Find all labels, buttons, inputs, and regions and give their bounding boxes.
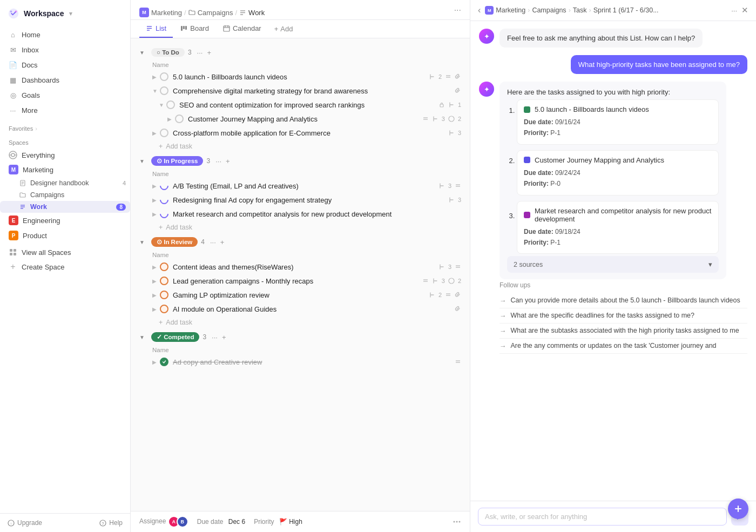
upgrade-btn[interactable]: ↑ Upgrade — [8, 519, 42, 527]
followup-arrow-2: → — [500, 312, 507, 320]
nav-docs[interactable]: 📄 Docs — [4, 57, 126, 72]
completed-pill: ✓ Competed — [151, 332, 199, 342]
task-row[interactable]: ▶ Ad copy and Creative review — [131, 355, 470, 369]
nav-more[interactable]: ··· More — [4, 103, 126, 118]
space-marketing[interactable]: M Marketing — [0, 162, 130, 177]
group-todo-header[interactable]: ▼ ○ To Do 3 ··· + — [131, 45, 470, 60]
task-circle-todo — [166, 100, 175, 109]
todo-group-plus[interactable]: + — [207, 49, 211, 57]
subitem-campaigns[interactable]: Campaigns — [0, 189, 130, 201]
group-inprogress-header[interactable]: ▼ ⊙ In Progress 3 ··· + — [131, 153, 470, 169]
nav-inbox-label: Inbox — [22, 46, 39, 54]
task-toggle: ▶ — [152, 183, 160, 189]
space-product[interactable]: P Product — [0, 228, 130, 243]
inprogress-pill: ⊙ In Progress — [151, 156, 203, 166]
more-cols-icon[interactable] — [453, 517, 461, 526]
task-row[interactable]: ▶ Lead generation campaigns - Monthly re… — [131, 274, 470, 288]
task-card-1[interactable]: 5.0 launch - Billboards launch videos Du… — [517, 99, 719, 145]
bc1[interactable]: Marketing — [151, 9, 182, 17]
tab-board[interactable]: Board — [174, 20, 215, 38]
group-completed-header[interactable]: ▼ ✓ Competed 3 ··· + — [131, 329, 470, 345]
completed-group-plus[interactable]: + — [222, 333, 226, 341]
task-toggle: ▶ — [167, 116, 175, 122]
followup-item-1[interactable]: → Can you provide more details about the… — [500, 293, 747, 308]
everything-icon — [9, 151, 17, 159]
tab-add[interactable]: + Add — [269, 21, 299, 37]
task-row[interactable]: ▶ Redesigning final Ad copy for engageme… — [131, 193, 470, 207]
dashboards-icon: ▦ — [9, 76, 17, 84]
add-task-todo[interactable]: + Add task — [131, 140, 470, 153]
more-icon: ··· — [9, 106, 17, 115]
nav-home[interactable]: ⌂ Home — [4, 27, 126, 42]
task-card-title-1: 5.0 launch - Billboards launch videos — [524, 105, 712, 113]
task-row[interactable]: ▼ Comprehensive digital marketing strate… — [131, 84, 470, 98]
ai-dots-btn[interactable]: ··· — [731, 6, 737, 15]
ai-input[interactable] — [478, 508, 727, 526]
help-btn[interactable]: ? Help — [99, 519, 123, 527]
task-row[interactable]: ▶ Content ideas and themes(RiseWares) 3 — [131, 260, 470, 274]
add-task-inprogress[interactable]: + Add task — [131, 221, 470, 234]
workspace-header[interactable]: Workspace ▾ — [0, 0, 130, 25]
everything-item[interactable]: Everything — [0, 148, 130, 162]
tab-list[interactable]: List — [139, 20, 173, 38]
view-all-spaces[interactable]: View all Spaces — [0, 245, 130, 259]
group-inreview-header[interactable]: ▼ ⊙ In Review 4 ··· + — [131, 234, 470, 250]
bc3[interactable]: Work — [248, 9, 265, 17]
task-row[interactable]: ▶ Gaming LP optimization review 2 — [131, 288, 470, 302]
svg-text:↑: ↑ — [10, 521, 12, 525]
nav-goals[interactable]: ◎ Goals — [4, 87, 126, 103]
todo-toggle[interactable]: ▼ — [139, 50, 147, 56]
task-card-2[interactable]: Customer Journey Mapping and Analytics D… — [517, 150, 719, 196]
add-task-inreview[interactable]: + Add task — [131, 316, 470, 329]
spaces-section: Spaces — [0, 134, 130, 148]
task-circle-todo — [160, 129, 168, 137]
purple-fab[interactable] — [728, 499, 748, 519]
task-toggle: ▼ — [152, 88, 160, 94]
completed-toggle[interactable]: ▼ — [139, 334, 147, 340]
followup-item-4[interactable]: → Are the any comments or updates on the… — [500, 339, 747, 354]
bc2[interactable]: Campaigns — [198, 9, 233, 17]
task-row[interactable]: ▶ 5.0 launch - Billboards launch videos … — [131, 70, 470, 84]
svg-point-54 — [459, 521, 461, 523]
sources-button[interactable]: 2 sources ▾ — [507, 256, 719, 273]
create-space[interactable]: + Create Space — [0, 259, 130, 274]
task-row[interactable]: ▼ SEO and content optimization for impro… — [131, 98, 470, 112]
completed-group-dots[interactable]: ··· — [212, 333, 218, 341]
task-row[interactable]: ▶ Market research and competitor analysi… — [131, 207, 470, 221]
inreview-toggle[interactable]: ▼ — [139, 239, 147, 245]
favorites-section: Favorites › — [0, 120, 130, 134]
subtask-icon4 — [448, 130, 455, 136]
nav-inbox[interactable]: ✉ Inbox — [4, 42, 126, 57]
task-name: Gaming LP optimization review — [173, 291, 424, 299]
nav-dashboards[interactable]: ▦ Dashboards — [4, 72, 126, 87]
subtask-icon3 — [432, 116, 438, 122]
ai-close-btn[interactable]: ✕ — [741, 5, 748, 15]
ai-back-btn[interactable]: ‹ — [478, 5, 481, 15]
task-row[interactable]: ▶ Customer Journey Mapping and Analytics… — [131, 112, 470, 126]
inprogress-group-dots[interactable]: ··· — [215, 157, 221, 165]
space-engineering[interactable]: E Engineering — [0, 213, 130, 228]
inreview-group-plus[interactable]: + — [220, 238, 225, 246]
lines-icon5 — [422, 278, 429, 284]
svg-point-4 — [11, 153, 15, 157]
bc-folder-icon — [188, 9, 195, 16]
product-label: Product — [23, 232, 47, 240]
task-row[interactable]: ▶ AI module on Operational Guides — [131, 302, 470, 316]
task-row[interactable]: ▶ Cross-platform mobile application for … — [131, 126, 470, 140]
followup-item-3[interactable]: → What are the subtasks associated with … — [500, 324, 747, 339]
todo-group-dots[interactable]: ··· — [197, 49, 203, 57]
workspace-chevron: ▾ — [69, 10, 72, 17]
inreview-group-dots[interactable]: ··· — [210, 238, 216, 246]
topbar-dots[interactable]: ··· — [454, 5, 461, 15]
task-card-3[interactable]: Market research and competitor analysis … — [517, 201, 719, 254]
subitem-designer-handbook[interactable]: Designer handbook 4 — [0, 177, 130, 189]
inprogress-toggle[interactable]: ▼ — [139, 158, 147, 164]
assignee-avatars: A B — [171, 516, 188, 528]
svg-point-40 — [449, 116, 454, 122]
subitem-work[interactable]: Work 8 — [0, 201, 130, 213]
inprogress-group-plus[interactable]: + — [226, 157, 230, 165]
followup-item-2[interactable]: → What are the specific deadlines for th… — [500, 308, 747, 324]
tab-calendar[interactable]: Calendar — [217, 20, 268, 38]
svg-point-53 — [456, 521, 458, 523]
task-row[interactable]: ▶ A/B Testing (Email, LP and Ad creative… — [131, 179, 470, 193]
